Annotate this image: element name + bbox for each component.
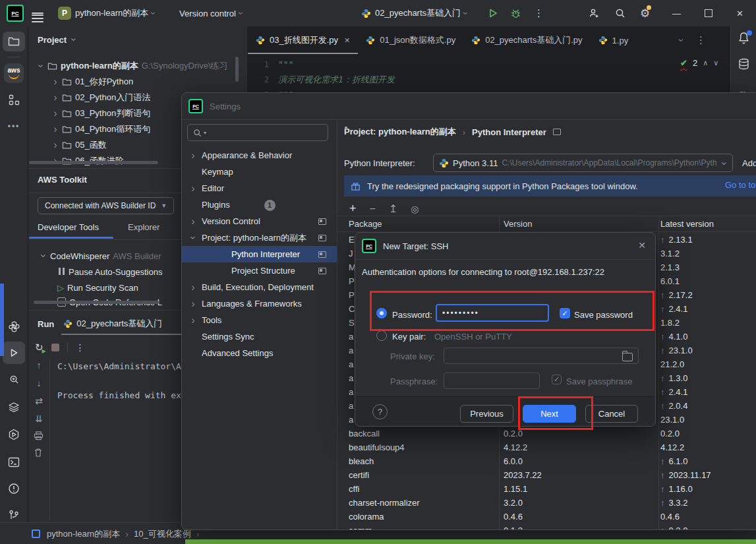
- close-button[interactable]: ✕: [736, 0, 743, 26]
- breadcrumb-project[interactable]: Project: python-learn的副本: [344, 126, 456, 138]
- column-header-version[interactable]: Version: [504, 219, 660, 229]
- horizontal-scrollbar[interactable]: [34, 301, 159, 304]
- close-tab-icon[interactable]: ✕: [344, 36, 350, 45]
- settings-nav-item[interactable]: › Project: python-learn的副本: [182, 229, 337, 246]
- main-menu-button[interactable]: [32, 0, 44, 26]
- settings-search[interactable]: ▾: [187, 124, 328, 141]
- settings-nav-item[interactable]: Settings Sync: [182, 328, 337, 345]
- up-stacktrace-button[interactable]: ↑: [34, 360, 44, 371]
- project-folder-row[interactable]: › 04_Python循环语句: [52, 121, 150, 137]
- status-breadcrumb-folder[interactable]: 10_可视化案例: [134, 528, 191, 540]
- structure-tool-button[interactable]: [3, 90, 25, 109]
- private-key-input[interactable]: [444, 348, 638, 363]
- interpreter-dropdown[interactable]: Python 3.11 C:\Users\Administrator\AppDa…: [433, 154, 733, 172]
- rerun-button[interactable]: ↻▶: [35, 342, 44, 353]
- previous-button[interactable]: Previous: [460, 405, 513, 423]
- version-control-widget[interactable]: Version control ›: [179, 0, 243, 26]
- codewhisperer-row[interactable]: › CodeWhisperer AWS Builder: [40, 248, 161, 264]
- package-row[interactable]: beautifulsoup4 4.12.2 4.12.2: [337, 440, 756, 454]
- project-tool-button[interactable]: [3, 32, 25, 51]
- editor-tab[interactable]: 01_json数据格式.py: [358, 26, 463, 54]
- cancel-button[interactable]: Cancel: [585, 405, 638, 423]
- project-folder-row[interactable]: › 03_Python判断语句: [52, 106, 150, 121]
- project-folder-row[interactable]: › 05_函数: [52, 137, 107, 153]
- folder-browse-icon[interactable]: [622, 353, 633, 361]
- soft-wrap-button[interactable]: ⇄: [34, 396, 44, 406]
- problems-tool-button[interactable]: [3, 479, 25, 499]
- project-panel-header[interactable]: Project ›: [38, 34, 77, 45]
- column-header-latest[interactable]: Latest version: [660, 219, 756, 229]
- package-row[interactable]: certifi 2023.7.22 ↑2023.11.17: [337, 468, 756, 482]
- run-tool-button[interactable]: [3, 342, 25, 364]
- horizontal-scrollbar[interactable]: [29, 161, 158, 164]
- package-row[interactable]: cffi 1.15.1 ↑1.16.0: [337, 482, 756, 496]
- search-everywhere-button[interactable]: [614, 0, 626, 26]
- project-folder-row[interactable]: › 02_Python入门语法: [52, 90, 150, 106]
- aws-connection-dropdown[interactable]: Connected with AWS Builder ID ▼: [38, 197, 174, 214]
- more-options-button[interactable]: ⋮: [76, 342, 85, 353]
- notifications-button[interactable]: [738, 32, 751, 45]
- editor-tab[interactable]: 1.py: [591, 26, 637, 54]
- settings-nav-item[interactable]: Project Structure: [182, 262, 337, 279]
- find-tool-button[interactable]: [3, 369, 25, 389]
- settings-nav-item[interactable]: Advanced Settings: [182, 345, 337, 361]
- more-tools-button[interactable]: •••: [3, 116, 25, 136]
- settings-nav-item[interactable]: › Tools: [182, 312, 337, 328]
- save-passphrase-checkbox[interactable]: ✓: [552, 375, 562, 384]
- minimize-button[interactable]: —: [672, 0, 681, 26]
- package-row[interactable]: comm 0.1.3 ↑0.2.0: [337, 524, 756, 529]
- add-interpreter-link[interactable]: Add: [742, 158, 756, 168]
- settings-nav-item[interactable]: › Version Control: [182, 213, 337, 229]
- print-button[interactable]: [34, 431, 44, 440]
- terminal-tool-button[interactable]: [3, 452, 25, 472]
- prev-problem-icon[interactable]: ∧: [703, 59, 708, 67]
- clear-console-button[interactable]: [34, 448, 44, 458]
- database-button[interactable]: [738, 58, 750, 72]
- pause-suggestions-row[interactable]: Pause Auto-Suggestions: [57, 264, 162, 280]
- editor-tab[interactable]: 02_pyecharts基础入门.py: [463, 26, 590, 54]
- code-with-me-button[interactable]: [588, 0, 600, 26]
- settings-search-input[interactable]: [208, 127, 309, 138]
- inspections-widget[interactable]: ✔ 2 ∧ ∨: [680, 58, 718, 68]
- show-early-releases-button[interactable]: ◎: [411, 204, 419, 214]
- settings-nav-item[interactable]: › Languages & Frameworks: [182, 295, 337, 312]
- tab-list-chevron-icon[interactable]: ›: [675, 37, 687, 44]
- project-folder-row[interactable]: › 01_你好Python: [52, 74, 133, 90]
- more-actions-button[interactable]: ⋮: [534, 0, 544, 26]
- run-button[interactable]: [488, 0, 498, 26]
- close-icon[interactable]: ✕: [638, 240, 646, 251]
- settings-nav-item[interactable]: Python Interpreter: [182, 246, 337, 262]
- uninstall-package-button[interactable]: −: [370, 203, 376, 215]
- aws-tab[interactable]: Developer Tools: [38, 222, 99, 232]
- install-package-button[interactable]: +: [349, 202, 357, 216]
- aws-toolkit-tool-button[interactable]: aws: [3, 62, 25, 84]
- kebab-icon[interactable]: ⋮: [696, 34, 706, 46]
- next-problem-icon[interactable]: ∨: [713, 59, 718, 67]
- status-breadcrumb-project[interactable]: python-learn的副本: [47, 528, 120, 540]
- stop-button[interactable]: [51, 344, 59, 351]
- services-tool-button[interactable]: [3, 397, 25, 417]
- help-button[interactable]: ?: [372, 404, 388, 419]
- aws-tab[interactable]: Explorer: [128, 222, 160, 232]
- column-header-package[interactable]: Package: [337, 219, 504, 229]
- project-root-row[interactable]: › python-learn的副本 G:\SynologyDrive\练习: [38, 58, 228, 74]
- keypair-radio[interactable]: [376, 330, 387, 341]
- debug-button[interactable]: [510, 0, 521, 26]
- endpoints-tool-button[interactable]: [3, 425, 25, 444]
- settings-nav-item[interactable]: › Build, Execution, Deployment: [182, 279, 337, 295]
- editor-tab[interactable]: 03_折线图开发.py ✕: [248, 26, 358, 54]
- security-scan-row[interactable]: ▷ Run Security Scan: [57, 280, 138, 295]
- banner-link[interactable]: Go to too: [725, 180, 756, 190]
- down-stacktrace-button[interactable]: ↓: [34, 378, 44, 388]
- passphrase-input[interactable]: [444, 373, 539, 388]
- project-widget[interactable]: P python-learn的副本 ›: [58, 0, 156, 26]
- package-row[interactable]: charset-normalizer 3.2.0 ↑3.3.2: [337, 496, 756, 510]
- scroll-to-end-button[interactable]: ⇊: [34, 413, 44, 424]
- python-packages-tool-button[interactable]: [3, 317, 25, 336]
- package-row[interactable]: colorama 0.4.6 0.4.6: [337, 510, 756, 524]
- settings-nav-item[interactable]: › Appearance & Behavior: [182, 147, 337, 164]
- settings-nav-item[interactable]: Keymap: [182, 164, 337, 180]
- package-row[interactable]: bleach 6.0.0 ↑6.1.0: [337, 454, 756, 468]
- settings-nav-item[interactable]: Plugins1: [182, 196, 337, 213]
- upgrade-package-button[interactable]: ↥: [389, 202, 397, 215]
